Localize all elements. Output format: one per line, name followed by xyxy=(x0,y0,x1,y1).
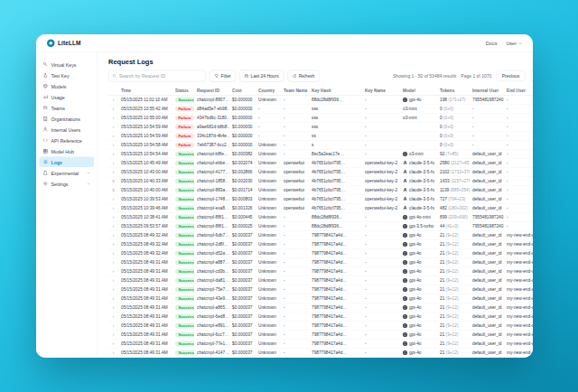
cell-request-id: chatcmpl-4147… xyxy=(194,348,229,357)
row-expand-toggle[interactable]: ∨ xyxy=(108,185,118,194)
log-row[interactable]: ›05/15/2025 08:49:31 AMSuccesschatcmpl-8… xyxy=(108,357,533,358)
row-expand-toggle[interactable]: › xyxy=(108,131,118,140)
sidebar-item-teams[interactable]: Teams xyxy=(40,103,95,114)
row-expand-toggle[interactable]: › xyxy=(108,266,118,275)
row-expand-toggle[interactable]: › xyxy=(108,248,118,257)
log-row[interactable]: ›05/15/2025 10:39:46 AMSuccesschatcmpl-e… xyxy=(108,203,533,212)
cell-time: 05/15/2025 10:39:53 AM xyxy=(118,194,172,203)
key-icon xyxy=(43,62,49,68)
docs-link[interactable]: Docs xyxy=(486,41,498,46)
row-expand-toggle[interactable]: › xyxy=(108,113,118,122)
previous-page-button[interactable]: Previous xyxy=(496,70,525,81)
log-row[interactable]: ›05/15/2025 10:55:00 AMFailure4347bd9c-3… xyxy=(108,113,533,122)
sidebar-item-internal-users[interactable]: Internal Users xyxy=(40,125,95,135)
row-expand-toggle[interactable]: › xyxy=(108,321,118,330)
row-expand-toggle[interactable]: › xyxy=(108,122,118,131)
sidebar-item-organizations[interactable]: Organizations xyxy=(40,114,95,125)
row-expand-toggle[interactable]: › xyxy=(108,239,118,248)
model-name: o3-mini xyxy=(403,107,417,112)
cell-country: Unknown xyxy=(256,95,281,104)
filter-button[interactable]: Filter xyxy=(210,70,236,82)
log-row[interactable]: ›05/15/2025 10:39:53 AMSuccesschatcmpl-1… xyxy=(108,194,533,203)
row-expand-toggle[interactable]: › xyxy=(108,212,118,221)
toolbar: Filter Last 24 Hours Refresh xyxy=(108,70,533,82)
row-expand-toggle[interactable]: › xyxy=(108,203,118,212)
sidebar-item-test-key[interactable]: Test Key xyxy=(40,70,95,81)
log-row[interactable]: ›05/15/2025 11:02:10 AMSuccesschatcmpl-8… xyxy=(108,95,533,104)
log-row[interactable]: ›05/15/2025 08:49:31 AMSuccesschatcmpl-4… xyxy=(108,294,533,303)
sidebar-item-experimental[interactable]: Experimental xyxy=(40,168,95,179)
row-expand-toggle[interactable]: › xyxy=(108,339,118,348)
log-row[interactable]: ›05/15/2025 10:43:00 AMSuccesschatcmpl-4… xyxy=(108,167,533,176)
row-expand-toggle[interactable]: › xyxy=(108,230,118,239)
log-row[interactable]: ∨05/15/2025 10:40:00 AMSuccesschatcmpl-8… xyxy=(108,185,533,194)
log-row[interactable]: ›05/15/2025 08:49:32 AMSuccesschatcmpl-6… xyxy=(108,230,533,239)
time-range-button[interactable]: Last 24 Hours xyxy=(239,70,284,82)
row-expand-toggle[interactable]: › xyxy=(108,303,118,312)
log-row[interactable]: ›05/15/2025 10:54:59 AMFailurea9ae681d-b… xyxy=(108,122,533,131)
cell-model: o3-mini xyxy=(400,104,437,113)
row-expand-toggle[interactable]: › xyxy=(108,312,118,321)
sidebar-item-api-reference[interactable]: API Reference xyxy=(40,135,95,146)
cell-key-name: openwebui-key-2 xyxy=(362,194,400,203)
log-row[interactable]: ›05/15/2025 08:49:31 AMSuccesschatcmpl-a… xyxy=(108,257,533,266)
row-expand-toggle[interactable]: › xyxy=(108,194,118,203)
log-row[interactable]: ›05/15/2025 08:49:32 AMSuccesschatcmpl-2… xyxy=(108,239,533,248)
row-expand-toggle[interactable]: › xyxy=(108,167,118,176)
row-expand-toggle[interactable]: › xyxy=(108,158,118,167)
cell-country: - xyxy=(256,131,281,140)
log-row[interactable]: ›05/15/2025 08:49:32 AMSuccesschatcmpl-d… xyxy=(108,248,533,257)
sidebar-item-virtual-keys[interactable]: Virtual Keys xyxy=(40,60,95,70)
cell-tokens: 21 (9+12) xyxy=(437,321,470,330)
cell-status: Success xyxy=(172,176,194,185)
search-icon xyxy=(113,74,117,79)
log-row[interactable]: ›05/15/2025 10:54:54 AMSuccesschatcmpl-b… xyxy=(108,149,533,158)
row-expand-toggle[interactable]: › xyxy=(108,285,118,294)
sidebar-item-models[interactable]: Models xyxy=(40,81,95,92)
log-row[interactable]: ›05/15/2025 09:53:57 AMSuccesschatcmpl-8… xyxy=(108,221,533,230)
log-row[interactable]: ›05/15/2025 10:45:49 AMSuccesschatcmpl-e… xyxy=(108,158,533,167)
log-row[interactable]: ›05/15/2025 08:49:31 AMSuccesschatcmpl-e… xyxy=(108,321,533,330)
openai-icon xyxy=(403,323,407,328)
row-expand-toggle[interactable]: › xyxy=(108,95,118,104)
row-expand-toggle[interactable]: › xyxy=(108,357,118,358)
cell-request-id: 7eb67387-bcc2… xyxy=(194,140,229,149)
row-expand-toggle[interactable]: › xyxy=(108,294,118,303)
row-expand-toggle[interactable]: ∨ xyxy=(108,176,118,185)
log-row[interactable]: ›05/15/2025 10:38:41 AMSuccesschatcmpl-8… xyxy=(108,212,533,221)
log-row[interactable]: ›05/15/2025 10:54:59 AMFailure334c187d-4… xyxy=(108,131,533,140)
row-expand-toggle[interactable]: › xyxy=(108,140,118,149)
cell-model: gpt-4o xyxy=(400,321,437,330)
sidebar-item-settings[interactable]: Settings xyxy=(40,179,95,190)
row-expand-toggle[interactable]: › xyxy=(108,104,118,113)
sidebar-item-usage[interactable]: Usage xyxy=(40,92,95,103)
row-expand-toggle[interactable]: › xyxy=(108,221,118,230)
sidebar-item-model-hub[interactable]: Model Hub xyxy=(40,146,95,157)
log-row[interactable]: ›05/15/2025 10:55:42 AMFailured84ad5e7-e… xyxy=(108,104,533,113)
row-expand-toggle[interactable]: › xyxy=(108,275,118,285)
log-row[interactable]: ∨05/15/2025 10:40:33 AMSuccesschatcmpl-1… xyxy=(108,176,533,185)
log-row[interactable]: ›05/15/2025 08:49:31 AMSuccesschatcmpl-6… xyxy=(108,330,533,339)
log-row[interactable]: ›05/15/2025 10:54:58 AMFailure7eb67387-b… xyxy=(108,140,533,149)
log-row[interactable]: ›05/15/2025 08:49:31 AMSuccesschatcmpl-7… xyxy=(108,285,533,294)
openai-icon xyxy=(403,287,407,292)
search-input[interactable] xyxy=(119,73,202,79)
row-expand-toggle[interactable]: › xyxy=(108,330,118,339)
log-row[interactable]: ›05/15/2025 08:49:31 AMSuccesschatcmpl-7… xyxy=(108,339,533,348)
log-row[interactable]: ›05/15/2025 08:49:31 AMSuccesschatcmpl-a… xyxy=(108,303,533,312)
log-row[interactable]: ›05/15/2025 08:49:31 AMSuccesschatcmpl-4… xyxy=(108,348,533,357)
cell-internal-user: - xyxy=(470,131,504,140)
row-expand-toggle[interactable]: › xyxy=(108,348,118,357)
user-menu[interactable]: User xyxy=(506,41,522,46)
log-row[interactable]: ›05/15/2025 08:49:31 AMSuccesschatcmpl-d… xyxy=(108,275,533,285)
model-name: claude-3-5-hai… xyxy=(409,188,434,193)
expand-column-header xyxy=(108,87,118,96)
row-expand-toggle[interactable]: › xyxy=(108,257,118,266)
row-expand-toggle[interactable]: › xyxy=(108,149,118,158)
refresh-button[interactable]: Refresh xyxy=(287,70,320,82)
cell-tokens: 0 (0+0) xyxy=(437,131,470,140)
next-page-button[interactable]: Next xyxy=(530,70,533,81)
log-row[interactable]: ›05/15/2025 08:49:31 AMSuccesschatcmpl-c… xyxy=(108,266,533,275)
sidebar-item-logs[interactable]: Logs xyxy=(40,157,95,168)
log-row[interactable]: ›05/15/2025 08:49:31 AMSuccesschatcmpl-6… xyxy=(108,312,533,321)
